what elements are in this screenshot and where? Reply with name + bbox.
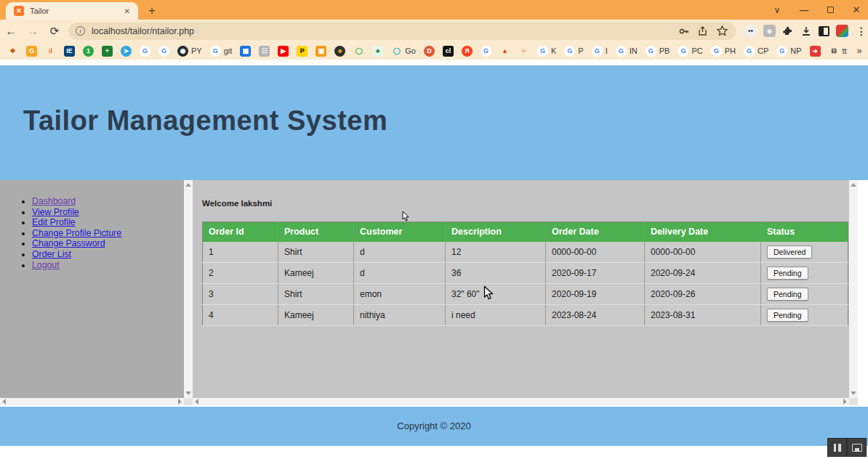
red-arrow-icon: ➜ [810, 46, 821, 57]
sidebar-vertical-scrollbar[interactable] [184, 180, 193, 398]
bookmark-item[interactable]: ➜ [810, 46, 821, 57]
bookmark-item[interactable]: ≈ [518, 46, 529, 57]
bookmark-item[interactable]: ◉PY [177, 46, 202, 57]
table-header-row: Order IdProductCustomerDescriptionOrder … [203, 222, 848, 242]
player-overlay [827, 438, 867, 457]
bookmark-item[interactable]: IE [64, 46, 75, 57]
bookmark-item[interactable]: GP [564, 46, 583, 57]
share-icon[interactable] [697, 25, 709, 37]
bookmarks-overflow-chevron[interactable]: » [851, 46, 868, 56]
bookmark-item[interactable]: Ggit [210, 46, 233, 57]
sheets-icon: + [102, 46, 113, 57]
bookmark-item[interactable]: ▶ [278, 46, 289, 57]
google-icon: G [711, 46, 722, 57]
status-button[interactable]: Pending [767, 309, 808, 322]
bookmark-item[interactable]: ▲ [499, 46, 510, 57]
yellow-p-icon: P [297, 46, 308, 57]
reading-mode-icon[interactable] [819, 26, 829, 36]
bookmark-item[interactable]: + [102, 46, 113, 57]
bookmark-item[interactable]: 1 [83, 46, 94, 57]
password-key-icon[interactable] [678, 25, 690, 37]
bookmark-item[interactable]: ◯ [353, 46, 364, 57]
bookmark-item[interactable]: GPB [646, 46, 670, 57]
tab-close-icon[interactable]: ✕ [122, 7, 132, 15]
panda-extension-icon[interactable]: •• [744, 25, 757, 37]
forward-icon[interactable]: → [22, 25, 44, 37]
site-info-icon[interactable]: i [76, 26, 85, 36]
address-bar[interactable]: i localhost/tailor/ntailor.php [68, 23, 736, 40]
download-icon[interactable] [800, 25, 812, 37]
matlab-icon: ▲ [499, 46, 510, 57]
sidebar-link-change-password[interactable]: Change Password [32, 238, 105, 248]
sidebar-horizontal-scrollbar[interactable] [0, 398, 184, 405]
avatar-extension-icon[interactable]: ☻ [763, 25, 776, 37]
url-text[interactable]: localhost/tailor/ntailor.php [92, 26, 678, 36]
sidebar-item: Dashboard [32, 196, 184, 207]
table-row: 2Kameejd362020-09-172020-09-24Pending [203, 263, 848, 284]
table-row: 1Shirtd120000-00-000000-00-00Delivered [203, 242, 848, 263]
bookmark-item[interactable]: ◯Go [391, 46, 416, 57]
main-vertical-scrollbar[interactable] [849, 180, 858, 398]
sidebar-link-logout[interactable]: Logout [32, 260, 60, 270]
bookmark-item[interactable]: GCP [744, 46, 768, 57]
bookmark-item[interactable]: GPH [711, 46, 736, 57]
picture-in-picture-button[interactable] [847, 438, 867, 457]
bookmark-item[interactable]: P [297, 46, 308, 57]
window-close-button[interactable]: ✕ [843, 0, 868, 20]
back-icon[interactable]: ← [0, 25, 22, 37]
bookmark-item[interactable]: ▣ [316, 46, 326, 57]
sidebar-link-view-profile[interactable]: View Profile [32, 207, 79, 217]
sidebar-link-edit-profile[interactable]: Edit Profile [32, 217, 75, 227]
main-horizontal-scrollbar[interactable] [193, 398, 849, 405]
sidebar-item: Logout [32, 260, 184, 271]
sidebar-link-change-profile-picture[interactable]: Change Profile Picture [32, 228, 121, 238]
bookmark-item[interactable]: ☷ [259, 46, 270, 57]
orange-app-icon: G [26, 46, 37, 57]
gray-tool-icon: ☷ [259, 46, 270, 57]
extensions-puzzle-icon[interactable] [782, 25, 794, 37]
bookmark-item[interactable]: cl [443, 46, 454, 57]
bookmark-item[interactable]: D [424, 46, 435, 57]
status-button[interactable]: Pending [767, 288, 808, 301]
bookmark-item[interactable]: ♣ [372, 46, 383, 57]
window-maximize-button[interactable] [817, 0, 843, 20]
copyright-text: Copyright © 2020 [397, 421, 470, 431]
bookmark-star-icon[interactable] [716, 25, 728, 37]
pause-button[interactable] [827, 438, 847, 457]
status-button[interactable]: Pending [767, 267, 808, 280]
bookmark-item[interactable]: G [140, 46, 150, 57]
main-content: Welcome lakshmi Order IdProductCustomerD… [193, 180, 849, 398]
bookmark-item[interactable]: G [481, 46, 491, 57]
bookmark-item[interactable]: ❖ [7, 46, 18, 57]
bookmark-item[interactable]: GPC [678, 46, 702, 57]
color-extension-icon[interactable] [836, 25, 848, 37]
bookmark-item[interactable]: G [158, 46, 169, 57]
bookmark-item[interactable]: ▦ [240, 46, 251, 57]
bookmark-item[interactable]: GK [537, 46, 556, 57]
new-tab-button[interactable]: + [145, 4, 159, 18]
orange-wing-icon: ≈ [518, 46, 529, 57]
reload-icon[interactable]: ⟳ [44, 25, 65, 38]
browser-tab[interactable]: ✕ Tailor ✕ [6, 2, 138, 20]
cell-order_date: 2023-08-24 [546, 305, 645, 326]
window-menu-icon[interactable]: ∨ [764, 0, 790, 20]
sidebar-item: View Profile [32, 207, 184, 218]
google-icon: G [592, 46, 603, 57]
bookmark-item[interactable]: G [26, 46, 37, 57]
bookmark-item[interactable]: GIN [616, 46, 638, 57]
sidebar-link-dashboard[interactable]: Dashboard [32, 196, 76, 206]
bookmark-item[interactable]: ıl [45, 46, 56, 57]
google-icon: G [616, 46, 627, 57]
bookmark-label: PC [691, 46, 702, 55]
bookmark-item[interactable]: ➤ [121, 46, 132, 57]
window-minimize-button[interactable]: — [791, 0, 817, 20]
sidebar-item: Edit Profile [32, 217, 184, 228]
bookmark-item[interactable]: Я [462, 46, 473, 57]
browser-menu-kebab-icon[interactable]: ⋮ [856, 25, 867, 37]
bookmark-item[interactable]: GI [592, 46, 608, 57]
status-button[interactable]: Delivered [767, 245, 812, 259]
bookmark-item[interactable]: ⊟tt [829, 46, 847, 57]
bookmark-item[interactable]: GNP [776, 46, 801, 57]
sidebar-link-order-list[interactable]: Order List [32, 249, 71, 259]
bookmark-item[interactable]: ☻ [334, 46, 345, 57]
